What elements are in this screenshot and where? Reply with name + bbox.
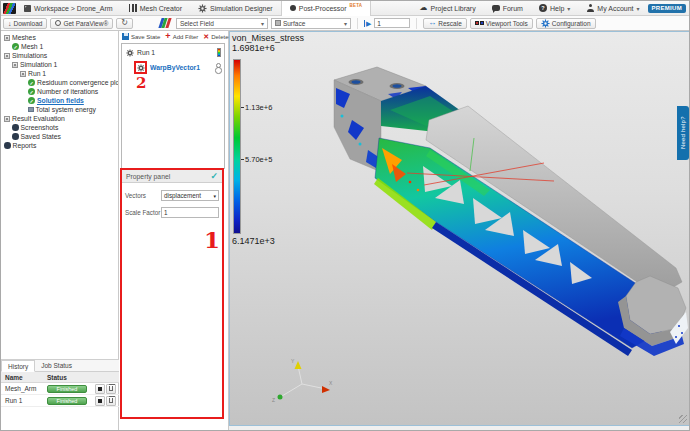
project-library-button[interactable]: ☁ Project Library <box>412 1 484 16</box>
sidebar-item-simulation-1[interactable]: Simulation 1 <box>1 60 118 69</box>
play-icon[interactable]: ▶ <box>364 20 371 27</box>
expander-icon[interactable] <box>4 116 10 122</box>
scale-factor-input[interactable] <box>161 207 219 218</box>
representation-dropdown[interactable]: Surface ▾ <box>271 18 351 29</box>
resize-grip[interactable] <box>679 415 687 423</box>
expander-icon[interactable] <box>12 62 18 68</box>
bottom-strip <box>229 426 690 431</box>
trash-icon <box>109 398 113 403</box>
rescale-button[interactable]: ↔ Rescale <box>423 18 466 29</box>
configuration-icon <box>541 19 550 28</box>
help-menu[interactable]: ? Help ▾ <box>531 1 578 16</box>
check-circle-icon <box>28 79 35 86</box>
person-icon <box>586 4 594 12</box>
tab-post-processor[interactable]: Post-Processor BETA <box>281 1 372 16</box>
gear-icon[interactable] <box>137 64 145 72</box>
select-field-dropdown[interactable]: Select Field ▾ <box>176 18 268 29</box>
delete-button[interactable] <box>106 384 116 394</box>
forum-button[interactable]: Forum <box>484 1 531 16</box>
sidebar-item-number-of-iterations[interactable]: Number of iterations <box>1 87 118 96</box>
add-filter-button[interactable]: + Add Filter <box>165 33 198 40</box>
table-row[interactable]: Mesh_Arm Finished <box>1 383 119 395</box>
vectors-field-row: Vectors displacement ▾ <box>125 190 219 201</box>
app-window: Workspace > Drone_Arm Mesh Creator Simul… <box>0 0 690 431</box>
legend-tick: 1.13e+6 <box>245 103 272 112</box>
legend-tick: 5.70e+5 <box>245 155 272 164</box>
sidebar-item-meshes[interactable]: Meshes <box>1 33 118 42</box>
chevron-down-icon: ▾ <box>344 20 347 27</box>
save-state-button[interactable]: Save State <box>122 33 160 40</box>
get-paraview-button[interactable]: Get ParaView® <box>50 18 113 29</box>
3d-glasses-icon <box>475 21 484 25</box>
topbar-right-group: ☁ Project Library Forum ? Help ▾ My Acco… <box>412 1 690 16</box>
filter-pipeline-tree: Run 1 WarpByVector1 2 <box>121 43 225 169</box>
need-help-tab[interactable]: Need help? <box>677 106 689 160</box>
divider <box>416 18 417 29</box>
stop-button[interactable] <box>95 384 105 394</box>
plus-icon: + <box>165 33 170 40</box>
post-processor-icon <box>290 5 296 11</box>
sidebar-item-screenshots[interactable]: Screenshots <box>1 123 118 132</box>
visibility-toggle-icon[interactable] <box>214 63 221 72</box>
x-icon: ✕ <box>203 33 209 40</box>
check-circle-icon <box>28 88 35 95</box>
refresh-button[interactable]: ↻ <box>116 18 133 29</box>
annotation-box-2 <box>134 61 147 74</box>
my-account-menu[interactable]: My Account ▾ <box>578 1 647 16</box>
drone-arm-model[interactable]: Y X Z <box>230 32 690 426</box>
post-processor-toolbar: ↓ Download Get ParaView® ↻ Select Field … <box>1 16 690 31</box>
sidebar-item-mesh-1[interactable]: Mesh 1 <box>1 42 118 51</box>
expander-icon[interactable] <box>20 71 26 77</box>
sidebar-item-residuum-plot[interactable]: Residuum convergence plot <box>1 78 118 87</box>
top-navigation-bar: Workspace > Drone_Arm Mesh Creator Simul… <box>1 1 690 16</box>
tab-mesh-creator[interactable]: Mesh Creator <box>121 1 190 16</box>
workspace-tab[interactable]: Workspace > Drone_Arm <box>16 1 121 16</box>
status-badge: Finished <box>47 385 87 393</box>
refresh-icon: ↻ <box>121 19 128 27</box>
chevron-down-icon: ▾ <box>637 5 640 12</box>
dark-circle-icon <box>12 133 19 140</box>
table-row[interactable]: Run 1 Finished <box>1 395 119 407</box>
delete-button[interactable] <box>106 396 116 406</box>
premium-badge: PREMIUM <box>648 4 686 13</box>
axis-x-label: X <box>329 380 333 386</box>
sidebar-item-total-system-energy[interactable]: Total system energy <box>1 105 118 114</box>
download-button[interactable]: ↓ Download <box>3 18 47 29</box>
expander-icon[interactable] <box>4 35 10 41</box>
gears-icon <box>198 4 207 13</box>
sidebar-item-result-evaluation[interactable]: Result Evaluation <box>1 114 118 123</box>
dark-circle-icon <box>12 124 19 131</box>
project-tree-sidebar: Meshes Mesh 1 Simulations Simulation 1 R… <box>1 31 119 431</box>
3d-viewport[interactable]: Y X Z von_Mises_stress 1.6981e+6 1.13e+6… <box>229 31 690 426</box>
frame-number-input[interactable] <box>374 18 410 28</box>
apply-check-icon[interactable]: ✓ <box>210 171 218 181</box>
gear-icon <box>126 49 134 57</box>
tab-history[interactable]: History <box>1 360 35 372</box>
stop-button[interactable] <box>95 396 105 406</box>
trash-icon <box>109 386 113 391</box>
sidebar-item-run-1[interactable]: Run 1 <box>1 69 118 78</box>
check-circle-icon <box>28 97 35 104</box>
pipeline-item-warpbyvector[interactable]: WarpByVector1 <box>134 61 221 74</box>
paraview-badge-icon <box>55 20 61 26</box>
color-legend-icon[interactable] <box>217 48 221 57</box>
axis-z-label: Z <box>272 397 275 403</box>
cube-icon <box>275 20 281 26</box>
configuration-button[interactable]: Configuration <box>536 18 596 29</box>
beta-badge: BETA <box>350 3 363 8</box>
check-circle-icon <box>12 43 19 50</box>
sidebar-item-reports[interactable]: Reports <box>1 141 118 150</box>
legend-colorbar <box>233 59 241 234</box>
tab-simulation-designer[interactable]: Simulation Designer <box>190 1 281 16</box>
expander-icon[interactable] <box>4 53 10 59</box>
vectors-dropdown[interactable]: displacement ▾ <box>161 190 219 201</box>
annotation-step-2: 2 <box>136 74 146 92</box>
sidebar-item-simulations[interactable]: Simulations <box>1 51 118 60</box>
pipeline-item-run-1[interactable]: Run 1 <box>126 48 221 57</box>
tab-job-status[interactable]: Job Status <box>35 360 78 371</box>
viewport-tools-button[interactable]: Viewport Tools <box>470 18 533 29</box>
sidebar-item-solution-fields[interactable]: Solution fields <box>1 96 118 105</box>
sidebar-item-saved-states[interactable]: Saved States <box>1 132 118 141</box>
history-table-header: Name Status <box>1 372 119 383</box>
dark-circle-icon <box>4 142 11 149</box>
